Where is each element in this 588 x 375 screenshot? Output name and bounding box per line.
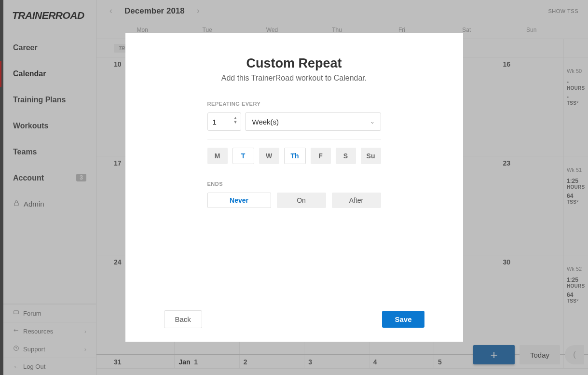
day-picker: M T W Th F S Su xyxy=(207,148,381,164)
modal-subtitle: Add this TrainerRoad workout to Calendar… xyxy=(154,74,434,83)
spinner-icon[interactable]: ▲▼ xyxy=(233,116,238,125)
interval-value: 1 xyxy=(213,118,217,126)
day-toggle-th[interactable]: Th xyxy=(284,148,306,164)
day-toggle-s[interactable]: S xyxy=(336,148,356,164)
day-toggle-w[interactable]: W xyxy=(259,148,279,164)
ends-never-button[interactable]: Never xyxy=(207,193,271,208)
save-button[interactable]: Save xyxy=(382,311,424,328)
modal-title: Custom Repeat xyxy=(154,56,434,71)
interval-stepper[interactable]: 1 ▲▼ xyxy=(207,112,241,131)
day-toggle-su[interactable]: Su xyxy=(361,148,381,164)
unit-value: Week(s) xyxy=(252,118,279,126)
ends-on-button[interactable]: On xyxy=(277,193,326,208)
ends-after-button[interactable]: After xyxy=(332,193,381,208)
unit-select[interactable]: Week(s) ⌄ xyxy=(245,112,381,131)
divider xyxy=(207,173,381,173)
day-toggle-m[interactable]: M xyxy=(207,148,228,164)
repeat-label: REPEATING EVERY xyxy=(207,101,381,107)
ends-picker: Never On After xyxy=(207,193,381,208)
divider xyxy=(207,139,381,140)
ends-label: ENDS xyxy=(207,181,381,187)
day-toggle-f[interactable]: F xyxy=(311,148,331,164)
back-button[interactable]: Back xyxy=(164,310,202,328)
modal-footer: Back Save xyxy=(154,310,434,328)
custom-repeat-modal: Custom Repeat Add this TrainerRoad worko… xyxy=(125,33,463,342)
modal-overlay[interactable]: Custom Repeat Add this TrainerRoad worko… xyxy=(0,0,588,375)
day-toggle-t[interactable]: T xyxy=(232,148,254,164)
chevron-down-icon: ⌄ xyxy=(370,118,375,125)
